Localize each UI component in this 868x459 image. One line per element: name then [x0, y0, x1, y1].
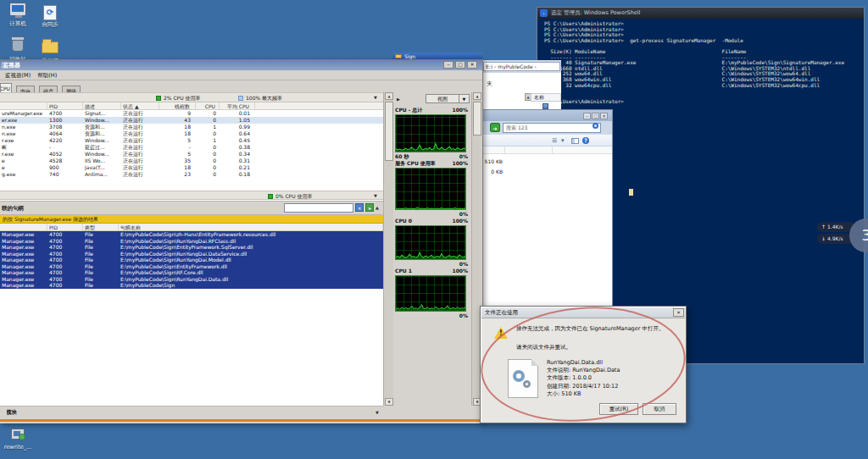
desktop-icon-rewrite[interactable]: rewrite_...	[2, 427, 34, 451]
change-view-icon[interactable]: ☰	[552, 137, 557, 144]
powershell-console-text[interactable]: PS C:\Users\Administrator> PS C:\Users\A…	[544, 21, 844, 105]
table-row[interactable]: Manager.exe4700FileE:\myPubleCode\Sign\E…	[0, 263, 383, 270]
collapse-icon[interactable]: ▲	[376, 205, 379, 210]
explorer-toolbar: ☰ ▾ ?	[474, 135, 612, 147]
views-button[interactable]: 视图	[426, 94, 459, 103]
handle-table-header[interactable]: PID 类型 句柄名称	[0, 224, 383, 231]
dll-file-icon	[508, 359, 538, 398]
cpu-total-graph	[395, 114, 466, 152]
handles-section-bar[interactable]: 关联的句柄 ✕ ➤ ▲	[0, 201, 383, 215]
table-row[interactable]: Manager.exe4700FileE:\myPubleCode\Sign\E…	[0, 244, 383, 251]
file-size: 大小: 510 KB	[547, 390, 620, 398]
table-row[interactable]: Manager.exe4700FileE:\myPubleCode\Sign\z…	[0, 231, 383, 238]
table-row[interactable]: Manager.exe4700FileE:\myPubleCode\Sign\R…	[0, 276, 383, 283]
table-row[interactable]: n.exe4064资源和...正在运行1800.64	[0, 130, 383, 137]
handle-table: Manager.exe4700FileE:\myPubleCode\Sign\z…	[0, 231, 383, 289]
chevron-down-icon[interactable]: ▾	[561, 137, 565, 144]
column-handle-name[interactable]: 句柄名称	[119, 224, 383, 230]
handle-search-input[interactable]	[284, 203, 353, 213]
file-in-use-dialog[interactable]: 文件正在使用 ✕ 操作无法完成，因为文件已在 SignatureManager …	[480, 306, 687, 423]
search-input[interactable]: 搜索 123	[503, 123, 601, 133]
gear-icon	[523, 380, 531, 388]
go-button[interactable]: ➜	[490, 123, 500, 132]
scroll-up-icon[interactable]: ▲	[473, 92, 481, 100]
search-handles-icon[interactable]: ➤	[365, 203, 374, 212]
scroll-up-icon[interactable]: ▲	[385, 92, 393, 100]
powershell-titlebar[interactable]: › 选定 管理员: Windows PowerShell	[537, 8, 864, 19]
table-cell: 4700	[47, 244, 83, 251]
table-cell: File	[83, 276, 119, 283]
table-row[interactable]: Manager.exe4700FileE:\myPubleCode\Sign	[0, 282, 383, 289]
maximize-button[interactable]: □	[592, 113, 599, 119]
collapse-icon[interactable]: ▼	[376, 410, 379, 415]
collapse-icon[interactable]: ▼	[374, 193, 377, 198]
minimize-button[interactable]: ‒	[443, 61, 453, 69]
close-button[interactable]: ✕	[467, 61, 477, 69]
desktop-icon-computer[interactable]: 计算机	[2, 3, 34, 28]
clear-search-icon[interactable]: ✕	[355, 203, 364, 212]
column-type[interactable]: 类型	[83, 224, 119, 230]
dialog-message: 请关闭该文件并重试。	[516, 344, 571, 351]
table-cell: 正在运行	[121, 124, 159, 130]
desktop-icon-sync[interactable]: ⟳ 自同步	[34, 3, 66, 29]
column-image[interactable]	[0, 102, 47, 109]
expand-icon[interactable]: ▶	[397, 97, 400, 102]
views-dropdown-icon[interactable]: ▼	[459, 94, 470, 103]
maximize-button[interactable]: □	[455, 61, 465, 69]
search-magnifier-icon[interactable]	[593, 123, 598, 129]
table-row[interactable]: Manager.exe4700FileE:\myPubleCode\Sign\R…	[0, 257, 383, 263]
column-pid[interactable]: PID	[47, 224, 83, 230]
table-row[interactable]: e900Java(T...正在运行1800.21	[0, 164, 383, 171]
close-icon[interactable]: ✕	[673, 308, 684, 317]
tables-scrollbar[interactable]: ▲ ▼	[383, 92, 393, 406]
column-threads[interactable]: 线程数	[159, 102, 196, 109]
column-avg-cpu[interactable]: 平均 CPU	[220, 102, 255, 109]
table-row[interactable]: ureManager.exe4700Signat...正在运行900.01	[0, 110, 383, 117]
explorer-search-window[interactable]: ‒ □ ✕ ➜ 搜索 123 ☰ ▾ ? 510 KB 0 KB	[473, 109, 613, 308]
table-row[interactable]: r.exe4052Window...正在运行500.34	[0, 151, 383, 158]
graph-min: 0%	[459, 312, 468, 318]
table-cell: -	[159, 144, 196, 151]
close-button[interactable]: ✕	[600, 113, 608, 119]
process-table-header[interactable]: PID 描述 状态 ▲ 线程数 CPU 平均 CPU	[0, 102, 383, 110]
column-cpu[interactable]: CPU	[196, 102, 220, 109]
table-cell: 0	[196, 144, 220, 151]
table-cell: Manager.exe	[0, 251, 47, 257]
table-row[interactable]: er.exe1300Window...正在运行4301.05	[0, 117, 383, 124]
table-row[interactable]: Manager.exe4700FileE:\myPubleCode\Sign\R…	[0, 269, 383, 276]
help-icon[interactable]: ?	[582, 137, 589, 144]
preview-pane-icon[interactable]	[571, 138, 579, 144]
collapse-icon[interactable]: ▼	[374, 95, 377, 100]
table-cell: E:\myPubleCode\Sign\RF.Core.dll	[119, 269, 383, 276]
table-row[interactable]: n.exe3708资源和...正在运行1810.99	[0, 124, 383, 130]
column-status[interactable]: 状态 ▲	[121, 102, 159, 109]
table-row[interactable]: e4528IIS Wo...正在运行3500.31	[0, 158, 383, 164]
list-column-header[interactable]	[474, 147, 612, 154]
process-section-bar[interactable]: 2% CPU 使用率 100% 最大频率 ▼	[0, 92, 383, 102]
cancel-button[interactable]: 取消	[643, 403, 676, 415]
name-column-header[interactable]: 名称	[531, 93, 561, 102]
resmon-titlebar[interactable]: 资源监视器 ‒ □ ✕	[0, 60, 482, 70]
scrollbar-thumb[interactable]	[385, 102, 393, 161]
table-row[interactable]: Manager.exe4700FileE:\myPubleCode\Sign\R…	[0, 238, 383, 245]
dialog-titlebar[interactable]: 文件正在使用	[481, 307, 685, 318]
modules-section-bar[interactable]: 关联的模块 ▼	[0, 406, 383, 418]
scroll-down-icon[interactable]: ▼	[385, 398, 393, 406]
table-row[interactable]: Manager.exe4700FileE:\myPubleCode\Sign\R…	[0, 251, 383, 257]
retry-button[interactable]: 重试(R)	[599, 403, 638, 415]
address-bar[interactable]: E:) › myPubleCode ›	[483, 62, 560, 71]
services-section-bar[interactable]: 0% CPU 使用率 ▼	[0, 191, 383, 200]
menu-monitor[interactable]: 监视器(M)	[5, 72, 31, 79]
table-row[interactable]: g.exe740Antima...正在运行2300.18	[0, 171, 383, 178]
column-description[interactable]: 描述	[83, 102, 121, 109]
file-description: 文件说明: RunYangDai.Data	[547, 367, 620, 374]
column-image[interactable]	[0, 224, 47, 230]
minimize-button[interactable]: ‒	[583, 113, 591, 119]
resource-monitor-window[interactable]: 资源监视器 ‒ □ ✕ 监视器(M) 帮助(H) CPU 内存 磁盘 网络 2%…	[0, 59, 483, 423]
table-row[interactable]: r.exe4220Window...正在运行510.45	[0, 137, 383, 144]
desktop-icon-label: 自同步	[34, 21, 66, 29]
column-pid[interactable]: PID	[47, 102, 83, 109]
scrollbar-thumb[interactable]	[473, 102, 481, 135]
menu-help[interactable]: 帮助(H)	[37, 72, 57, 79]
table-row[interactable]: 断-延迟过...正在运行-00.38	[0, 144, 383, 151]
